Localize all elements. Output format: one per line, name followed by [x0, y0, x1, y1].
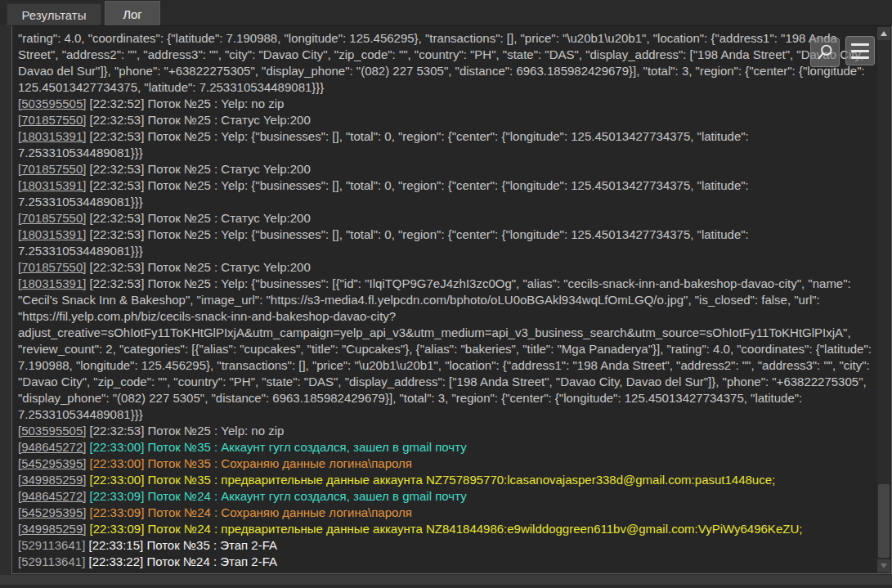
- log-message: [22:32:53] Поток №25 : Yelp: {"businesse…: [18, 227, 752, 258]
- log-line: [545295395] [22:33:09] Поток №24 : Сохра…: [18, 505, 876, 521]
- tab-log-label: Лог: [123, 7, 142, 21]
- tab-results-label: Результаты: [22, 8, 87, 22]
- log-thread-id[interactable]: [349985259]: [18, 522, 86, 536]
- log-thread-id[interactable]: [545295395]: [18, 505, 86, 519]
- log-panel: "rating": 4.0, "coordinates": {"latitude…: [11, 25, 892, 574]
- log-message: [22:33:00] Поток №35 : Сохраняю данные л…: [90, 456, 412, 470]
- log-thread-id[interactable]: [701857550]: [18, 260, 86, 274]
- scroll-up-button[interactable]: [877, 27, 890, 40]
- menu-button[interactable]: [845, 36, 875, 65]
- log-message: [22:32:53] Поток №25 : Yelp: no zip: [90, 424, 285, 438]
- search-button[interactable]: [810, 38, 840, 67]
- log-thread-id[interactable]: [180315391]: [18, 276, 86, 290]
- log-thread-id[interactable]: [180315391]: [18, 178, 86, 192]
- log-line: [180315391] [22:32:53] Поток №25 : Yelp:…: [18, 128, 876, 161]
- log-line: [503595505] [22:32:53] Поток №25 : Yelp:…: [18, 423, 876, 439]
- log-message: [22:32:53] Поток №25 : Статус Yelp:200: [90, 211, 311, 225]
- window-bottom-strip: [0, 575, 892, 588]
- log-message: [22:32:53] Поток №25 : Статус Yelp:200: [90, 260, 311, 274]
- log-line: [180315391] [22:32:53] Поток №25 : Yelp:…: [18, 227, 876, 259]
- log-thread-id[interactable]: [948645272]: [18, 440, 86, 454]
- log-line: [349985259] [22:33:09] Поток №24 : предв…: [18, 521, 876, 537]
- log-message: [22:33:00] Поток №35 : Аккаунт гугл созд…: [90, 440, 467, 454]
- log-line: [701857550] [22:32:53] Поток №25 : Стату…: [18, 161, 876, 177]
- tab-results[interactable]: Результаты: [7, 3, 101, 25]
- log-line: [180315391] [22:32:53] Поток №25 : Yelp:…: [18, 276, 876, 423]
- log-message: [22:33:15] Поток №35 : Этап 2-FA: [88, 538, 277, 552]
- log-line: [701857550] [22:32:53] Поток №25 : Стату…: [18, 210, 876, 227]
- log-line: [545295395] [22:33:00] Поток №35 : Сохра…: [18, 456, 876, 472]
- log-message: [22:32:53] Поток №25 : Статус Yelp:200: [90, 113, 311, 127]
- log-line: [701857550] [22:32:53] Поток №25 : Стату…: [18, 259, 876, 276]
- log-line: [503595505] [22:32:52] Поток №25 : Yelp:…: [18, 96, 876, 112]
- log-message: [22:32:53] Поток №25 : Yelp: {"businesse…: [18, 276, 875, 421]
- log-line: [349985259] [22:33:00] Поток №35 : предв…: [18, 472, 876, 488]
- log-thread-id[interactable]: [701857550]: [18, 162, 86, 176]
- log-message: [22:33:09] Поток №24 : Аккаунт гугл созд…: [90, 489, 467, 503]
- search-icon: [816, 43, 834, 61]
- log-thread-id[interactable]: [180315391]: [18, 129, 86, 143]
- log-message: [22:33:09] Поток №24 : предварительные д…: [90, 522, 803, 536]
- vertical-scrollbar[interactable]: [877, 27, 890, 572]
- log-line: [180315391] [22:32:53] Поток №25 : Yelp:…: [18, 177, 876, 210]
- log-line: [529113641] [22:33:15] Поток №35 : Этап …: [18, 537, 876, 554]
- log-message: [22:32:52] Поток №25 : Yelp: no zip: [90, 97, 285, 110]
- log-message: [22:32:53] Поток №25 : Yelp: {"businesse…: [18, 129, 752, 159]
- log-thread-id[interactable]: [503595505]: [18, 424, 86, 438]
- log-line: "rating": 4.0, "coordinates": {"latitude…: [18, 30, 876, 96]
- log-message: [22:33:00] Поток №35 : предварительные д…: [90, 473, 776, 487]
- log-message: [22:33:22] Поток №24 : Этап 2-FA: [88, 554, 277, 568]
- log-message: [22:33:09] Поток №24 : Сохраняю данные л…: [90, 505, 412, 519]
- scrollbar-thumb[interactable]: [878, 484, 890, 558]
- log-thread-id[interactable]: [349985259]: [18, 473, 86, 487]
- log-thread-id[interactable]: [701857550]: [18, 211, 86, 225]
- arrow-down-icon: [881, 563, 887, 568]
- log-line: [529113641] [22:33:22] Поток №24 : Этап …: [18, 554, 876, 570]
- log-thread-id: [529113641]: [18, 538, 85, 552]
- arrow-up-icon: [881, 31, 887, 36]
- tab-log[interactable]: Лог: [105, 1, 160, 26]
- log-thread-id[interactable]: [948645272]: [18, 489, 86, 503]
- log-message: "rating": 4.0, "coordinates": {"latitude…: [18, 31, 868, 94]
- log-thread-id[interactable]: [545295395]: [18, 456, 86, 470]
- log-line: [948645272] [22:33:09] Поток №24 : Аккау…: [18, 488, 876, 505]
- log-message: [22:32:53] Поток №25 : Статус Yelp:200: [90, 162, 311, 176]
- log-thread-id: [529113641]: [18, 554, 85, 568]
- app-window: { "tabs": { "results_label": "Результаты…: [0, 0, 892, 588]
- log-thread-id[interactable]: [503595505]: [18, 97, 86, 110]
- hamburger-menu-icon: [851, 43, 869, 59]
- tab-bar: Результаты Лог: [0, 0, 892, 25]
- scroll-down-button[interactable]: [877, 559, 890, 572]
- log-message: [22:32:53] Поток №25 : Yelp: {"businesse…: [18, 178, 752, 209]
- log-line: [948645272] [22:33:00] Поток №35 : Аккау…: [18, 439, 876, 456]
- log-thread-id[interactable]: [180315391]: [18, 227, 86, 241]
- log-line: [701857550] [22:32:53] Поток №25 : Стату…: [18, 112, 876, 128]
- log-text[interactable]: "rating": 4.0, "coordinates": {"latitude…: [13, 27, 877, 572]
- log-thread-id[interactable]: [701857550]: [18, 113, 86, 127]
